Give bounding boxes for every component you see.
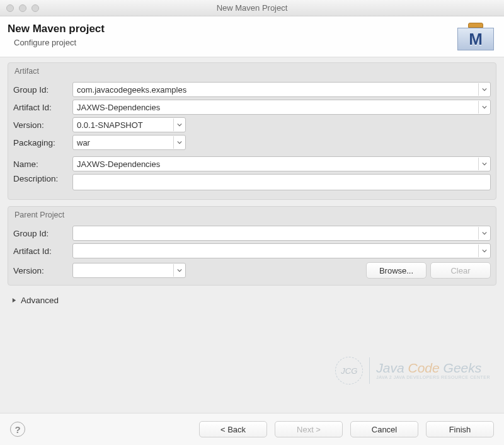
chevron-down-icon[interactable] <box>478 83 490 96</box>
group-id-value: com.javacodegeeks.examples <box>77 85 186 95</box>
chevron-down-icon[interactable] <box>478 245 490 257</box>
packaging-label: Packaging: <box>13 138 69 147</box>
version-value: 0.0.1-SNAPSHOT <box>77 120 143 130</box>
advanced-disclosure[interactable]: Advanced <box>8 292 496 306</box>
artifact-id-label: Artifact Id: <box>13 103 69 112</box>
parent-legend: Parent Project <box>13 211 491 223</box>
parent-project-group: Parent Project Group Id: Artifact Id: Ve… <box>8 206 496 286</box>
page-title: New Maven project <box>8 23 457 35</box>
artifact-id-value: JAXWS-Dependencies <box>77 103 160 112</box>
next-button[interactable]: Next > <box>275 421 343 437</box>
parent-artifact-id-field[interactable] <box>72 243 491 258</box>
dialog-body: Artifact Group Id: com.javacodegeeks.exa… <box>0 57 504 413</box>
parent-version-label: Version: <box>13 266 69 275</box>
group-id-field[interactable]: com.javacodegeeks.examples <box>72 82 491 97</box>
back-button[interactable]: < Back <box>199 421 267 437</box>
advanced-label: Advanced <box>21 296 59 305</box>
group-id-label: Group Id: <box>13 85 69 95</box>
parent-version-field[interactable] <box>72 263 186 278</box>
chevron-down-icon[interactable] <box>173 264 185 277</box>
parent-group-id-label: Group Id: <box>13 229 69 238</box>
triangle-right-icon <box>11 296 17 305</box>
name-label: Name: <box>13 159 69 169</box>
dialog-footer: ? < Back Next > Cancel Finish <box>0 413 504 445</box>
chevron-down-icon[interactable] <box>173 136 185 149</box>
maven-icon: M <box>457 23 494 50</box>
chevron-down-icon[interactable] <box>478 101 490 113</box>
cancel-button[interactable]: Cancel <box>350 421 418 437</box>
window-title: New Maven Project <box>0 3 504 13</box>
chevron-down-icon[interactable] <box>173 118 185 131</box>
artifact-legend: Artifact <box>13 67 491 79</box>
clear-button[interactable]: Clear <box>430 262 491 279</box>
description-field[interactable] <box>72 174 491 190</box>
packaging-field[interactable]: war <box>72 135 186 150</box>
help-icon[interactable]: ? <box>10 422 25 437</box>
page-subtitle: Configure project <box>14 38 457 47</box>
parent-group-id-field[interactable] <box>72 226 491 241</box>
dialog-header: New Maven project Configure project M <box>0 16 504 57</box>
name-field[interactable]: JAXWS-Dependencies <box>72 156 491 171</box>
artifact-id-field[interactable]: JAXWS-Dependencies <box>72 100 491 115</box>
parent-artifact-id-label: Artifact Id: <box>13 246 69 256</box>
version-field[interactable]: 0.0.1-SNAPSHOT <box>72 117 186 132</box>
name-value: JAXWS-Dependencies <box>77 159 160 169</box>
chevron-down-icon[interactable] <box>478 158 490 170</box>
browse-button[interactable]: Browse... <box>366 262 427 279</box>
version-label: Version: <box>13 120 69 130</box>
packaging-value: war <box>77 138 90 147</box>
artifact-group: Artifact Group Id: com.javacodegeeks.exa… <box>8 62 496 200</box>
title-bar: New Maven Project <box>0 0 504 16</box>
description-label: Description: <box>13 174 69 183</box>
chevron-down-icon[interactable] <box>478 227 490 240</box>
finish-button[interactable]: Finish <box>426 421 494 437</box>
